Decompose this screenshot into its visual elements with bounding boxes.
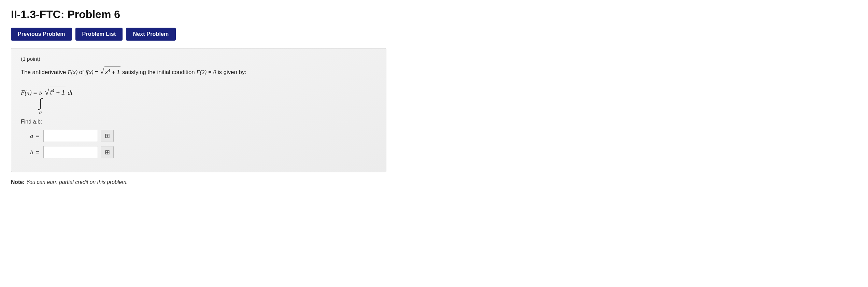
integral-dt: dt: [68, 87, 72, 99]
problem-list-button[interactable]: Problem List: [75, 28, 123, 41]
previous-problem-button[interactable]: Previous Problem: [11, 28, 72, 41]
grid-icon-b: ⊞: [105, 149, 110, 156]
nav-button-row: Previous Problem Problem List Next Probl…: [11, 28, 857, 41]
note-text: You can earn partial credit on this prob…: [26, 179, 128, 185]
grid-icon-a: ⊞: [105, 132, 110, 140]
input-b[interactable]: [43, 146, 98, 158]
find-label: Find a,b:: [21, 119, 376, 125]
statement-text-prefix: The antiderivative: [21, 69, 68, 75]
note-section: Note: You can earn partial credit on thi…: [11, 179, 857, 185]
integrand-radicand: t4 + 1: [49, 86, 66, 99]
statement-condition-expr: F(2) = 0: [196, 69, 216, 75]
problem-container: (1 point) The antiderivative F(x) of f(x…: [11, 48, 386, 172]
formula-display: F(x) = b ∫ a √t4 + 1 dt: [21, 84, 376, 115]
integrand-sqrt-symbol: √: [45, 84, 49, 101]
statement-Fx: F(x): [68, 69, 77, 75]
statement-sqrt-expr: √x4 + 1: [100, 66, 120, 78]
integral-symbol: ∫: [39, 97, 42, 109]
note-label: Note:: [11, 179, 25, 185]
integral-expression: b ∫ a √t4 + 1 dt: [39, 84, 73, 115]
statement-text-eq: =: [95, 69, 100, 75]
variable-b-label: b: [21, 149, 33, 156]
next-problem-button[interactable]: Next Problem: [126, 28, 175, 41]
sqrt-symbol: √: [100, 66, 104, 78]
statement-fx: f(x): [85, 69, 93, 75]
input-a[interactable]: [43, 130, 98, 142]
statement-text-end: is given by:: [218, 69, 246, 75]
equals-b: =: [36, 149, 39, 156]
variable-a-label: a: [21, 132, 33, 140]
sqrt-radicand: x4 + 1: [104, 67, 120, 77]
input-row-a: a = ⊞: [21, 130, 376, 142]
problem-statement: The antiderivative F(x) of f(x) = √x4 + …: [21, 66, 376, 78]
equals-a: =: [36, 132, 39, 140]
statement-text-condition: satisfying the initial condition: [122, 69, 196, 75]
statement-text-of: of: [79, 69, 86, 75]
points-label: (1 point): [21, 56, 376, 62]
formula-Fx: F(x): [21, 89, 32, 96]
integral-lower-limit: a: [39, 109, 42, 116]
page-title: II-1.3-FTC: Problem 6: [11, 8, 857, 21]
grid-button-a[interactable]: ⊞: [101, 130, 114, 142]
integrand-sqrt: √t4 + 1: [45, 84, 66, 101]
grid-button-b[interactable]: ⊞: [101, 146, 114, 158]
input-row-b: b = ⊞: [21, 146, 376, 158]
formula-equals: =: [33, 89, 39, 96]
